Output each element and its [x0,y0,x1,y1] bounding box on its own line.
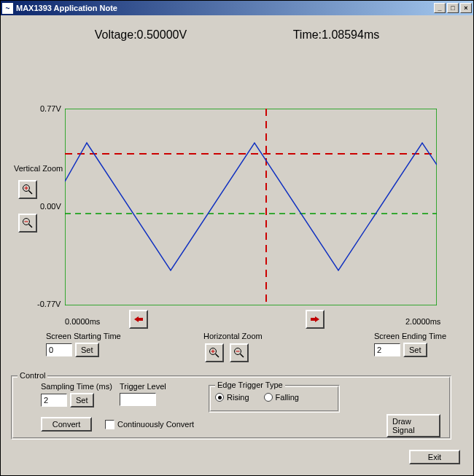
edge-trigger-falling[interactable]: Falling [264,393,299,402]
end-time-input[interactable] [374,343,400,356]
control-group-title: Control [18,371,47,380]
time-readout: Time:1.08594ms [293,28,380,42]
svg-line-14 [216,354,219,358]
convert-button[interactable]: Convert [41,417,92,432]
continuously-convert-label: Continuously Convert [117,420,194,429]
start-time-label: Screen Starting Time [46,332,121,340]
pan-right-button[interactable] [306,310,325,329]
y-axis-mid: 0.00V [40,202,61,211]
window-title: MAX1393 Application Note [16,4,117,12]
edge-trigger-rising[interactable]: Rising [215,393,249,402]
vertical-zoom-label: Vertical Zoom [14,164,63,173]
sampling-time-set-button[interactable]: Set [70,393,94,407]
maximize-button[interactable]: □ [447,3,459,13]
svg-rect-7 [65,109,437,305]
vertical-zoom-in-button[interactable] [18,180,37,199]
start-time-input[interactable] [46,343,72,356]
minimize-button[interactable]: _ [434,3,446,13]
x-axis-left: 0.0000ms [65,317,100,326]
end-time-label: Screen Ending Time [374,332,446,340]
close-button[interactable]: × [460,3,472,13]
y-axis-bot: -0.77V [37,300,61,308]
control-group: Control Sampling Time (ms) Set Trigger L… [11,375,451,440]
horizontal-zoom-label: Horizontal Zoom [203,332,263,340]
edge-trigger-title: Edge Trigger Type [215,381,285,389]
y-axis-top: 0.77V [40,104,61,113]
start-time-set-button[interactable]: Set [75,343,99,357]
pan-left-button[interactable] [129,310,148,329]
horizontal-zoom-out-button[interactable] [230,343,249,362]
trigger-level-input[interactable] [120,393,156,406]
trigger-level-label: Trigger Level [120,382,166,391]
titlebar: ~ MAX1393 Application Note _ □ × [1,1,473,15]
svg-marker-11 [134,316,143,322]
edge-trigger-group: Edge Trigger Type Rising Falling [209,385,340,413]
continuously-convert-checkbox[interactable] [105,420,114,429]
vertical-zoom-out-button[interactable] [18,214,37,233]
app-window: ~ MAX1393 Application Note _ □ × Voltage… [0,0,474,476]
x-axis-right: 2.0000ms [405,317,440,326]
svg-line-18 [241,354,244,358]
voltage-readout: Voltage:0.50000V [95,28,187,42]
end-time-set-button[interactable]: Set [403,343,427,357]
app-icon: ~ [2,3,13,14]
svg-line-1 [29,191,33,195]
horizontal-zoom-in-button[interactable] [205,343,224,362]
draw-signal-button[interactable]: Draw Signal [386,414,440,437]
sampling-time-label: Sampling Time (ms) [41,382,112,391]
client-area: Voltage:0.50000V Time:1.08594ms 0.77V 0.… [1,15,473,475]
svg-marker-12 [311,316,319,322]
svg-line-5 [29,225,33,228]
exit-button[interactable]: Exit [409,450,460,464]
plot-area[interactable] [65,109,437,305]
readouts: Voltage:0.50000V Time:1.08594ms [12,23,462,46]
sampling-time-input[interactable] [41,394,67,407]
